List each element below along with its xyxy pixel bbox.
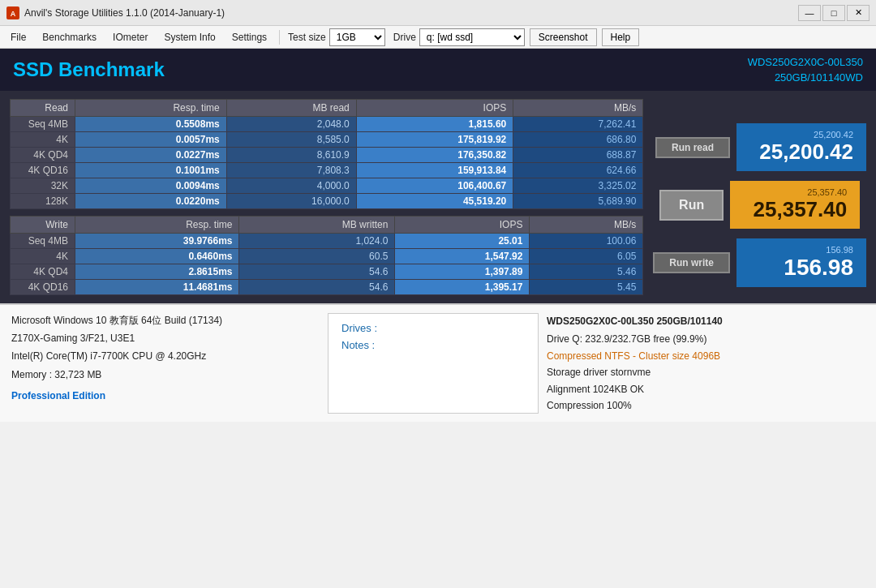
write-score-box: 156.98 156.98 xyxy=(736,238,866,287)
menu-iometer[interactable]: IOmeter xyxy=(105,28,155,46)
device-line1: WDS250G2X0C-00L350 xyxy=(748,54,863,71)
write-header-mb: MB written xyxy=(239,217,395,234)
read-row-iops: 176,350.82 xyxy=(356,148,513,163)
read-row-mb: 7,808.3 xyxy=(226,163,356,178)
write-row-iops: 1,395.17 xyxy=(395,280,530,295)
tables-area: Read Resp. time MB read IOPS MB/s Seq 4M… xyxy=(10,99,643,295)
read-row-resp: 0.5508ms xyxy=(75,117,227,132)
title-bar: A Anvil's Storage Utilities 1.1.0 (2014-… xyxy=(0,0,876,26)
table-row: 4K QD16 0.1001ms 7,808.3 159,913.84 624.… xyxy=(11,163,643,178)
write-score-small: 156.98 xyxy=(749,245,853,255)
drive-info-title: WDS250G2X0C-00L350 250GB/101140 xyxy=(547,313,865,329)
read-header-resp: Resp. time xyxy=(75,100,227,117)
table-row: Seq 4MB 39.9766ms 1,024.0 25.01 100.06 xyxy=(11,234,643,249)
read-row-label: 128K xyxy=(11,194,75,209)
menu-sysinfo[interactable]: System Info xyxy=(157,28,222,46)
footer-system-info: Microsoft Windows 10 教育版 64位 Build (1713… xyxy=(11,313,320,414)
maximize-button[interactable]: □ xyxy=(822,5,845,21)
read-row-label: 4K QD16 xyxy=(11,163,75,178)
test-size-group: Test size 1GB 256MB 512MB 2GB 4GB xyxy=(288,28,385,46)
menu-benchmarks[interactable]: Benchmarks xyxy=(35,28,104,46)
footer-drive-info: WDS250G2X0C-00L350 250GB/101140 Drive Q:… xyxy=(547,313,865,414)
drive-label: Drive xyxy=(393,32,416,43)
sys-line2: Z170X-Gaming 3/F21, U3E1 xyxy=(11,331,320,346)
read-row-iops: 159,913.84 xyxy=(356,163,513,178)
run-write-button[interactable]: Run write xyxy=(653,252,730,273)
write-row-mbs: 6.05 xyxy=(530,249,643,264)
read-row-mbs: 7,262.41 xyxy=(513,117,643,132)
drives-label: Drives : xyxy=(341,322,525,334)
table-row: 128K 0.0220ms 16,000.0 45,519.20 5,689.9… xyxy=(11,194,643,209)
screenshot-button[interactable]: Screenshot xyxy=(530,28,597,46)
table-row: 32K 0.0094ms 4,000.0 106,400.67 3,325.02 xyxy=(11,178,643,194)
read-header-mb: MB read xyxy=(226,100,356,117)
write-row-resp: 2.8615ms xyxy=(75,264,239,280)
title-bar-text: Anvil's Storage Utilities 1.1.0 (2014-Ja… xyxy=(24,7,225,19)
menu-separator xyxy=(279,30,280,45)
table-row: 4K QD4 0.0227ms 8,610.9 176,350.82 688.8… xyxy=(11,148,643,163)
svg-text:A: A xyxy=(11,10,16,18)
drive-group: Drive q: [wd ssd] xyxy=(393,28,525,46)
write-header-iops: IOPS xyxy=(395,217,530,234)
device-info: WDS250G2X0C-00L350 250GB/101140WD xyxy=(748,54,863,86)
help-button[interactable]: Help xyxy=(602,28,640,46)
write-row-mb: 54.6 xyxy=(239,264,395,280)
app-header: SSD Benchmark WDS250G2X0C-00L350 250GB/1… xyxy=(0,49,876,91)
write-row-resp: 39.9766ms xyxy=(75,234,239,249)
device-line2: 250GB/101140WD xyxy=(748,70,863,86)
read-row-resp: 0.0227ms xyxy=(75,148,227,163)
run-read-button[interactable]: Run read xyxy=(655,137,730,158)
test-size-select[interactable]: 1GB 256MB 512MB 2GB 4GB xyxy=(329,28,385,46)
run-row: Run 25,357.40 25,357.40 xyxy=(653,181,866,229)
run-button[interactable]: Run xyxy=(659,190,724,221)
menu-settings[interactable]: Settings xyxy=(225,28,274,46)
minimize-button[interactable]: — xyxy=(798,5,821,21)
read-row-resp: 0.0094ms xyxy=(75,178,227,194)
drive-select[interactable]: q: [wd ssd] xyxy=(419,28,525,46)
read-row-mbs: 3,325.02 xyxy=(513,178,643,194)
table-row: 4K QD16 11.4681ms 54.6 1,395.17 5.45 xyxy=(11,280,643,295)
sys-line4: Memory : 32,723 MB xyxy=(11,367,320,383)
read-table: Read Resp. time MB read IOPS MB/s Seq 4M… xyxy=(10,99,643,209)
read-row-resp: 0.1001ms xyxy=(75,163,227,178)
read-row-mb: 16,000.0 xyxy=(226,194,356,209)
read-row-resp: 0.0057ms xyxy=(75,132,227,148)
read-row-label: 4K QD4 xyxy=(11,148,75,163)
write-row-label: Seq 4MB xyxy=(11,234,75,249)
read-header-iops: IOPS xyxy=(356,100,513,117)
menu-file[interactable]: File xyxy=(3,28,33,46)
drive-info-line5: Compression 100% xyxy=(547,397,865,414)
table-row: Seq 4MB 0.5508ms 2,048.0 1,815.60 7,262.… xyxy=(11,117,643,132)
write-row-label: 4K QD16 xyxy=(11,280,75,295)
read-row-mb: 8,610.9 xyxy=(226,148,356,163)
read-score-box: 25,200.42 25,200.42 xyxy=(736,123,866,171)
write-row-label: 4K QD4 xyxy=(11,264,75,280)
write-row-resp: 11.4681ms xyxy=(75,280,239,295)
read-score-large: 25,200.42 xyxy=(749,139,853,165)
read-row-iops: 106,400.67 xyxy=(356,178,513,194)
read-header-label: Read xyxy=(11,100,75,117)
read-row-mb: 2,048.0 xyxy=(226,117,356,132)
write-row-mb: 1,024.0 xyxy=(239,234,395,249)
run-write-row: Run write 156.98 156.98 xyxy=(653,238,866,287)
total-score-large: 25,357.40 xyxy=(743,197,847,222)
window-controls: — □ ✕ xyxy=(798,5,870,21)
write-row-iops: 25.01 xyxy=(395,234,530,249)
bench-and-scores: Read Resp. time MB read IOPS MB/s Seq 4M… xyxy=(10,99,866,295)
read-row-mbs: 688.87 xyxy=(513,148,643,163)
write-score-large: 156.98 xyxy=(749,255,853,281)
write-row-iops: 1,397.89 xyxy=(395,264,530,280)
write-row-mbs: 100.06 xyxy=(530,234,643,249)
write-row-mb: 60.5 xyxy=(239,249,395,264)
table-row: 4K QD4 2.8615ms 54.6 1,397.89 5.46 xyxy=(11,264,643,280)
scores-area: Run read 25,200.42 25,200.42 Run 25,357.… xyxy=(653,99,866,295)
read-row-mbs: 686.80 xyxy=(513,132,643,148)
close-button[interactable]: ✕ xyxy=(847,5,870,21)
write-header-mbs: MB/s xyxy=(530,217,643,234)
table-row: 4K 0.6460ms 60.5 1,547.92 6.05 xyxy=(11,249,643,264)
drive-info-line4: Alignment 1024KB OK xyxy=(547,381,865,397)
title-bar-left: A Anvil's Storage Utilities 1.1.0 (2014-… xyxy=(6,6,225,19)
read-row-iops: 1,815.60 xyxy=(356,117,513,132)
read-row-label: Seq 4MB xyxy=(11,117,75,132)
read-row-resp: 0.0220ms xyxy=(75,194,227,209)
